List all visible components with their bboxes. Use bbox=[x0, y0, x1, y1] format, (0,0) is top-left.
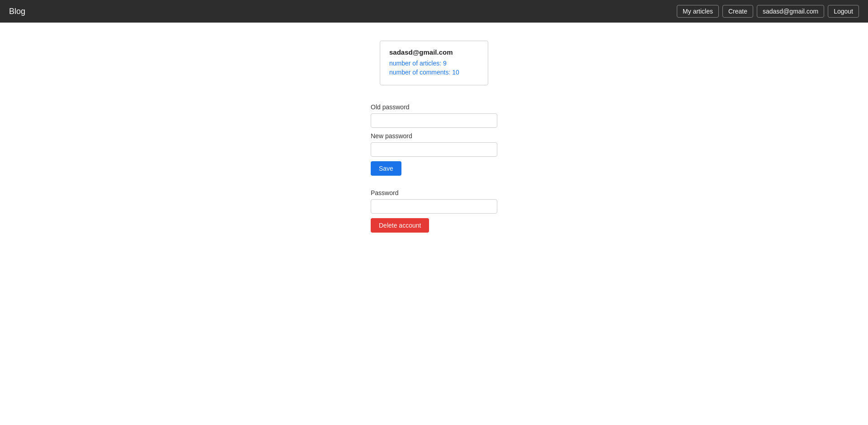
articles-stat: number of articles: 9 bbox=[389, 60, 479, 67]
main-content: sadasd@gmail.com number of articles: 9 n… bbox=[0, 23, 868, 233]
user-email-button[interactable]: sadasd@gmail.com bbox=[757, 5, 824, 18]
logout-button[interactable]: Logout bbox=[828, 5, 859, 18]
comments-stat: number of comments: 10 bbox=[389, 69, 479, 76]
delete-account-section: Password Delete account bbox=[371, 189, 497, 233]
my-articles-button[interactable]: My articles bbox=[677, 5, 719, 18]
delete-password-input[interactable] bbox=[371, 199, 497, 214]
new-password-label: New password bbox=[371, 132, 497, 140]
brand-logo: Blog bbox=[9, 7, 25, 16]
navbar: Blog My articles Create sadasd@gmail.com… bbox=[0, 0, 868, 23]
profile-card: sadasd@gmail.com number of articles: 9 n… bbox=[380, 41, 488, 85]
comments-label: number of comments: bbox=[389, 69, 450, 76]
old-password-label: Old password bbox=[371, 103, 497, 111]
delete-password-label: Password bbox=[371, 189, 497, 196]
change-password-section: Old password New password Save bbox=[371, 103, 497, 176]
nav-actions: My articles Create sadasd@gmail.com Logo… bbox=[677, 5, 859, 18]
delete-account-button[interactable]: Delete account bbox=[371, 218, 429, 233]
save-button[interactable]: Save bbox=[371, 161, 401, 176]
profile-email: sadasd@gmail.com bbox=[389, 48, 479, 56]
new-password-input[interactable] bbox=[371, 142, 497, 157]
articles-label: number of articles: bbox=[389, 60, 441, 67]
articles-count: 9 bbox=[443, 60, 447, 67]
old-password-input[interactable] bbox=[371, 113, 497, 128]
comments-count: 10 bbox=[452, 69, 459, 76]
create-button[interactable]: Create bbox=[722, 5, 753, 18]
